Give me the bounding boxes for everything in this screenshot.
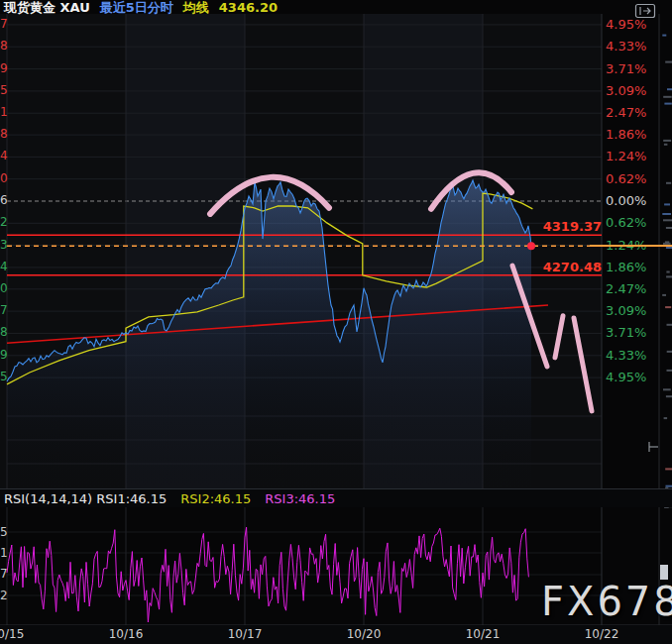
x-axis-date-label: 10/22	[582, 627, 621, 642]
rsi2-value: RSI2:46.15	[180, 491, 251, 506]
y-axis-left-digit: 9	[0, 61, 8, 76]
x-axis-date-label: 10/16	[106, 627, 146, 642]
y-axis-left-digit: 4	[0, 260, 8, 274]
y-axis-left-digit: 8	[0, 39, 8, 54]
price-level-label-upper: 4319.37	[532, 219, 602, 234]
y-axis-left-digit: 1	[0, 105, 8, 120]
panel-resize-icon[interactable]	[646, 440, 660, 454]
x-axis-date-label: 10/20	[344, 627, 384, 642]
y-axis-percent-label: 1.24%	[606, 149, 646, 163]
y-axis-left-digit: 5	[0, 370, 8, 384]
x-axis-strip	[0, 625, 672, 644]
y-axis-left-digit: 8	[0, 127, 8, 142]
y-axis-percent-label: 4.33%	[606, 348, 646, 363]
y-axis-percent-label: 1.86%	[606, 260, 646, 274]
collapse-panel-icon[interactable]	[634, 2, 656, 20]
price-level-label-lower: 4270.48	[532, 260, 602, 274]
y-axis-left-digit: 6	[0, 193, 8, 208]
y-axis-percent-label: 0.62%	[606, 171, 646, 186]
y-axis-left-digit: 3	[0, 238, 8, 253]
y-axis-percent-label: 3.09%	[606, 303, 646, 318]
chart-header: 现货黄金 XAU 最近5日分时 均线 4346.20	[4, 0, 278, 15]
y-axis-percent-label: 1.86%	[606, 127, 646, 142]
y-axis-left-digit: 7	[0, 17, 8, 32]
y-axis-left-digit: 8	[0, 325, 8, 340]
rsi-axis-digit: 7	[0, 567, 8, 582]
symbol-name: 现货黄金 XAU	[4, 0, 90, 15]
timeframe-label[interactable]: 最近5日分时	[100, 0, 173, 15]
rsi-header[interactable]: RSI(14,14,14) RSI1:46.15 RSI2:46.15 RSI3…	[0, 488, 672, 507]
y-axis-percent-label: 2.47%	[606, 105, 646, 120]
watermark: FX678	[541, 579, 672, 624]
rsi3-value: RSI3:46.15	[265, 491, 335, 506]
y-axis-left-digit: 0	[0, 171, 8, 186]
y-axis-percent-label: 0.00%	[606, 193, 646, 208]
y-axis-percent-label: 3.09%	[606, 83, 646, 98]
y-axis-left-digit: 9	[0, 348, 8, 363]
current-price-line-right	[590, 245, 672, 247]
y-axis-left-digit: 0	[0, 281, 8, 296]
x-axis-date-label: 10/15	[0, 627, 27, 642]
y-axis-percent-label: 4.33%	[606, 39, 646, 54]
y-axis-left-digit: 7	[0, 303, 8, 318]
y-axis-left-digit: 4	[0, 149, 8, 163]
y-axis-percent-label: 4.95%	[606, 370, 646, 384]
rsi-axis-digit: 1	[0, 546, 8, 561]
rsi-axis-digit: 2	[0, 589, 8, 603]
y-axis-percent-label: 3.71%	[606, 61, 646, 76]
y-axis-left-digit: 2	[0, 215, 8, 230]
rsi-axis-digit: 5	[0, 525, 8, 540]
x-axis-date-label: 10/17	[225, 627, 265, 642]
x-axis-date-label: 10/21	[463, 627, 503, 642]
y-axis-percent-label: 2.47%	[606, 281, 646, 296]
rsi1-value: RSI(14,14,14) RSI1:46.15	[4, 491, 167, 506]
y-axis-percent-label: 0.62%	[606, 215, 646, 230]
price-chart-canvas	[0, 0, 672, 644]
y-axis-percent-label: 3.71%	[606, 325, 646, 340]
ma-label: 均线	[183, 0, 209, 15]
ma-value: 4346.20	[219, 0, 278, 15]
y-axis-left-digit: 5	[0, 83, 8, 98]
